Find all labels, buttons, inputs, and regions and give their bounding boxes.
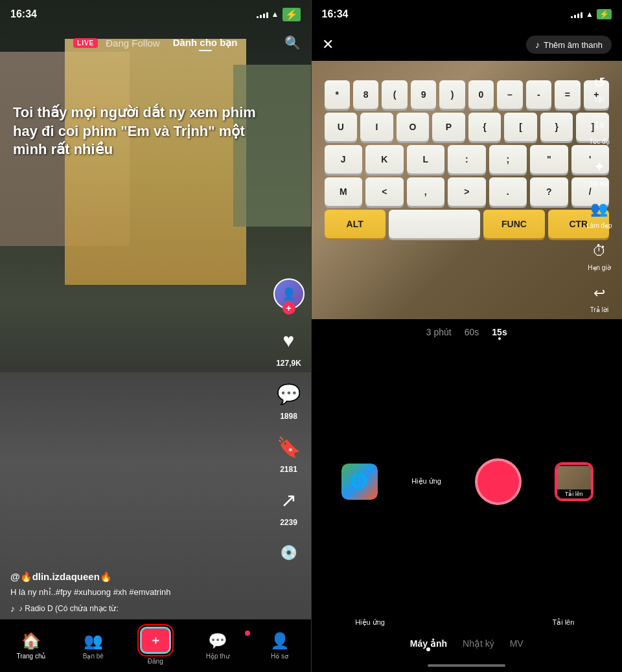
camera-signal-icon — [571, 10, 582, 18]
upload-thumbnail — [557, 466, 591, 489]
key-semicolon: ; — [489, 145, 527, 174]
post-label: Đăng — [148, 658, 163, 665]
key-0: 0 — [468, 80, 494, 109]
key-row-5: ALT FUNC CTR — [325, 210, 610, 238]
key-row-1: * 8 ( 9 ) 0 – - = + — [325, 80, 610, 109]
effects-icon: 🌐 — [341, 464, 378, 500]
tiktok-feed-panel: 16:34 ▲ ⚡ LIVE Đang Follow Dành cho bạn … — [0, 0, 311, 672]
camera-tools-panel: ↺ Lật 1x Tốc độ ✦ Bộ lọc 👥 Làm đẹp ⏱ Hẹn… — [577, 61, 622, 319]
upload-container: Tải lên — [556, 464, 592, 500]
key-k: K — [365, 145, 404, 174]
music-icon: ♪ — [535, 39, 540, 50]
nav-item-home[interactable]: 🏠 Trang chủ — [0, 632, 62, 660]
post-button[interactable]: ＋ — [140, 627, 171, 654]
username[interactable]: @🔥dlin.izdaqueen🔥 — [10, 571, 266, 583]
key-p: P — [432, 113, 465, 141]
bookmark-icon: 🔖 — [273, 431, 305, 462]
camera-status-time: 16:34 — [322, 8, 349, 20]
camera-mode-tabs: Máy ảnh Nhật ký MV — [312, 632, 623, 659]
effects-button[interactable]: 🌐 — [341, 464, 378, 500]
key-8: 8 — [353, 80, 378, 109]
nav-item-inbox[interactable]: 💬 Hộp thư — [187, 632, 249, 660]
key-dash: – — [497, 80, 522, 109]
nav-item-post[interactable]: ＋ Đăng — [124, 627, 187, 665]
music-note-icon: ♪ — [10, 603, 15, 614]
signal-icon — [257, 10, 268, 18]
home-icon: 🏠 — [21, 632, 41, 650]
camera-viewfinder: * 8 ( 9 ) 0 – - = + U I O P { [ } ] — [312, 61, 623, 319]
upload-button[interactable]: Tải lên — [556, 464, 592, 500]
search-icon[interactable]: 🔍 — [284, 35, 301, 50]
for-you-tab[interactable]: Dành cho bạn — [173, 37, 238, 49]
wifi-icon: ▲ — [271, 10, 279, 19]
upload-label-2: Tải lên — [545, 618, 581, 627]
key-quote: " — [530, 145, 568, 174]
key-asterisk: * — [325, 80, 350, 109]
effects-label: Hiệu ứng — [411, 477, 441, 486]
duration-15s[interactable]: 15s — [492, 327, 507, 337]
key-i: I — [360, 113, 393, 141]
reply-tool[interactable]: ↩ Trả lời — [585, 278, 614, 317]
nav-item-profile[interactable]: 👤 Hồ sơ — [249, 632, 311, 660]
bottom-navigation: 🏠 Trang chủ 👥 Bạn bè ＋ Đăng 💬 Hộp thư 👤 … — [0, 619, 311, 672]
key-func: FUNC — [483, 210, 544, 238]
reply-label: Trả lời — [590, 306, 608, 313]
speed-tool[interactable]: 1x Tốc độ — [585, 109, 614, 149]
key-row-3: J K L : ; " ' — [325, 145, 610, 174]
inbox-icon: 💬 — [208, 632, 227, 650]
follow-button[interactable]: + — [282, 302, 295, 315]
key-question: ? — [530, 177, 568, 206]
filter-tool[interactable]: ✦ Bộ lọc — [585, 151, 614, 191]
upload-label: Tải lên — [557, 489, 591, 498]
action-buttons: 👤 + ♥ 127,9K 💬 1898 🔖 2181 ↗ 2239 💿 — [273, 278, 305, 568]
share-action[interactable]: ↗ 2239 — [273, 484, 305, 527]
friends-label: Bạn bè — [83, 653, 104, 660]
post-plus-icon: ＋ — [150, 633, 161, 648]
tab-camera[interactable]: Máy ảnh — [410, 638, 447, 649]
nav-item-friends[interactable]: 👥 Bạn bè — [62, 632, 124, 660]
key-row-2: U I O P { [ } ] — [325, 113, 610, 141]
effects-label-2: Hiệu ứng — [352, 618, 388, 627]
share-action-2[interactable]: 🔖 2181 — [273, 431, 305, 474]
beauty-label: Làm đẹp — [586, 222, 612, 229]
music-disc: 💿 — [273, 537, 305, 568]
tab-journal[interactable]: Nhật ký — [463, 638, 494, 649]
status-icons: ▲ ⚡ — [257, 8, 301, 21]
street-scene — [0, 0, 311, 620]
share-count: 2239 — [280, 518, 297, 527]
key-l: L — [407, 145, 445, 174]
profile-icon: 👤 — [270, 632, 290, 650]
comment-action[interactable]: 💬 1898 — [273, 378, 305, 421]
flip-tool[interactable]: ↺ Lật — [585, 67, 614, 107]
key-o: O — [397, 113, 430, 141]
key-comma: , — [407, 177, 445, 206]
key-obracket: [ — [504, 113, 537, 141]
timer-label: Hẹn giờ — [588, 264, 610, 271]
add-sound-label: Thêm âm thanh — [544, 40, 603, 50]
tab-mv[interactable]: MV — [510, 638, 524, 649]
disc-icon: 💿 — [273, 537, 305, 568]
top-navigation: LIVE Đang Follow Dành cho bạn 🔍 — [0, 28, 311, 57]
live-badge[interactable]: LIVE — [73, 38, 98, 48]
duration-3min[interactable]: 3 phút — [426, 327, 452, 337]
record-button[interactable] — [475, 458, 522, 505]
music-info[interactable]: ♪ ♪ Radio D (Có chứa nhạc từ: — [10, 603, 266, 614]
status-time: 16:34 — [10, 8, 37, 20]
inbox-label: Hộp thư — [206, 653, 229, 660]
key-u: U — [325, 113, 358, 141]
status-bar: 16:34 ▲ ⚡ — [0, 0, 311, 28]
video-caption-overlay: Toi thấy mọi người dắt ny xem phim hay đ… — [13, 104, 259, 159]
like-action[interactable]: ♥ 127,9K — [273, 325, 305, 368]
duration-60s[interactable]: 60s — [465, 327, 479, 337]
comment-icon: 💬 — [273, 378, 305, 409]
filter-icon: ✦ — [588, 155, 611, 179]
creator-avatar[interactable]: 👤 + — [273, 278, 305, 315]
beauty-tool[interactable]: 👥 Làm đẹp — [584, 194, 614, 233]
battery-icon: ⚡ — [282, 8, 301, 21]
add-sound-button[interactable]: ♪ Thêm âm thanh — [526, 36, 612, 54]
timer-tool[interactable]: ⏱ Hẹn giờ — [585, 236, 614, 275]
key-9: 9 — [411, 80, 436, 109]
camera-panel: 16:34 ▲ ⚡ ✕ ♪ Thêm âm thanh * 8 — [312, 0, 623, 672]
close-button[interactable]: ✕ — [322, 36, 334, 53]
following-tab[interactable]: Đang Follow — [106, 38, 159, 49]
